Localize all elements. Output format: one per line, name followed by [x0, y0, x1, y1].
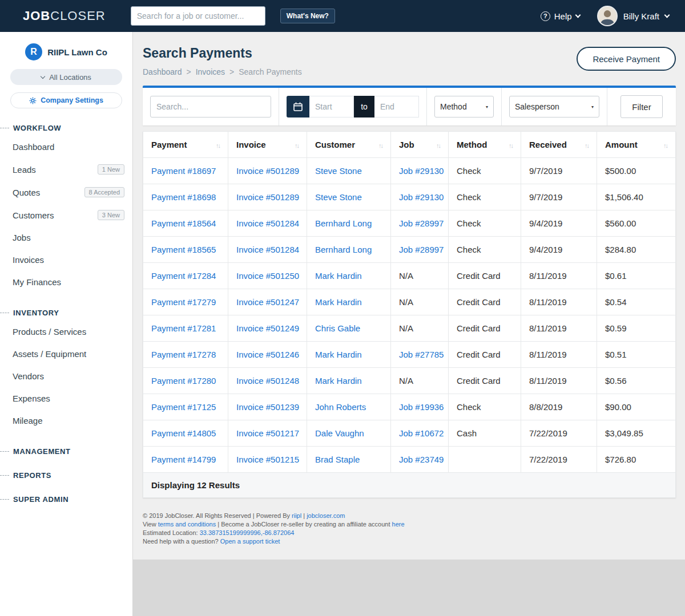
payment-link[interactable]: Payment #14799 — [151, 455, 216, 464]
footer-link[interactable]: Open a support ticket — [220, 538, 280, 545]
salesperson-select[interactable]: Salesperson ▾ — [509, 96, 599, 117]
invoice-link[interactable]: Invoice #501289 — [236, 166, 299, 176]
app-logo[interactable]: JOBCLOSER — [23, 9, 106, 23]
sort-icon[interactable]: ↑↓ — [378, 142, 382, 149]
invoice-link[interactable]: Invoice #501246 — [236, 350, 299, 359]
job-link[interactable]: Job #28997 — [399, 245, 444, 254]
payment-link[interactable]: Payment #18564 — [151, 218, 216, 228]
calendar-button[interactable] — [287, 96, 309, 117]
footer-link[interactable]: 33.387315199999996,-86.872064 — [200, 529, 295, 536]
sidebar-item-mileage[interactable]: Mileage — [0, 410, 132, 432]
customer-link[interactable]: Bernhard Long — [315, 218, 372, 228]
payments-search-input[interactable] — [150, 96, 271, 117]
sidebar-item-products-services[interactable]: Products / Services — [0, 321, 132, 343]
payment-link[interactable]: Payment #17280 — [151, 376, 216, 386]
sort-icon[interactable]: ↑↓ — [585, 142, 589, 149]
customer-link[interactable]: Mark Hardin — [315, 271, 362, 281]
invoice-link[interactable]: Invoice #501217 — [236, 428, 299, 438]
breadcrumb-item-dashboard[interactable]: Dashboard — [143, 67, 182, 76]
cell-invoice: Invoice #501246 — [228, 342, 307, 368]
company-settings-button[interactable]: Company Settings — [10, 92, 122, 108]
payment-link[interactable]: Payment #18697 — [151, 166, 216, 176]
sidebar-item-vendors[interactable]: Vendors — [0, 365, 132, 387]
sort-icon[interactable]: ↑↓ — [663, 142, 667, 149]
sidebar-item-quotes[interactable]: Quotes8 Accepted — [0, 181, 132, 204]
payment-link[interactable]: Payment #17281 — [151, 323, 216, 333]
job-link[interactable]: Job #29130 — [399, 192, 444, 202]
sidebar-item-label: Quotes — [13, 188, 84, 197]
help-menu[interactable]: ? Help — [541, 11, 580, 21]
invoice-link[interactable]: Invoice #501249 — [236, 323, 299, 333]
whats-new-button[interactable]: What's New? — [280, 9, 335, 23]
customer-link[interactable]: Dale Vaughn — [315, 428, 364, 438]
customer-link[interactable]: Mark Hardin — [315, 350, 362, 359]
sort-icon[interactable]: ↑↓ — [216, 142, 220, 149]
column-header-payment[interactable]: ↑↓Payment — [143, 132, 228, 158]
date-range-group: to — [287, 96, 419, 117]
sidebar-item-customers[interactable]: Customers3 New — [0, 204, 132, 226]
payment-link[interactable]: Payment #17278 — [151, 350, 216, 359]
sidebar-item-expenses[interactable]: Expenses — [0, 387, 132, 410]
locations-dropdown[interactable]: All Locations — [10, 69, 122, 85]
invoice-link[interactable]: Invoice #501239 — [236, 402, 299, 412]
invoice-link[interactable]: Invoice #501215 — [236, 455, 299, 464]
column-header-customer[interactable]: ↑↓Customer — [307, 132, 391, 158]
job-link[interactable]: Job #10672 — [399, 428, 444, 438]
payment-link[interactable]: Payment #17125 — [151, 402, 216, 412]
job-link[interactable]: Job #29130 — [399, 166, 444, 176]
customer-link[interactable]: Steve Stone — [315, 166, 362, 176]
filter-button[interactable]: Filter — [620, 95, 662, 118]
customer-link[interactable]: Brad Staple — [315, 455, 360, 464]
invoice-link[interactable]: Invoice #501250 — [236, 271, 299, 281]
sidebar-item-assets-equipment[interactable]: Assets / Equipment — [0, 343, 132, 365]
section-dash-icon — [0, 451, 9, 452]
start-date-input[interactable] — [309, 96, 354, 117]
customer-link[interactable]: Steve Stone — [315, 192, 362, 202]
receive-payment-button[interactable]: Receive Payment — [577, 47, 676, 71]
job-value: N/A — [399, 297, 413, 307]
job-link[interactable]: Job #19936 — [399, 402, 444, 412]
sidebar-item-jobs[interactable]: Jobs — [0, 226, 132, 249]
customer-link[interactable]: Chris Gable — [315, 323, 360, 333]
invoice-link[interactable]: Invoice #501284 — [236, 218, 299, 228]
invoice-link[interactable]: Invoice #501247 — [236, 297, 299, 307]
sort-icon[interactable]: ↑↓ — [509, 142, 513, 149]
footer-link[interactable]: here — [392, 521, 405, 528]
breadcrumb-item-invoices[interactable]: Invoices — [196, 67, 225, 76]
sidebar-item-dashboard[interactable]: Dashboard — [0, 136, 132, 158]
payment-link[interactable]: Payment #17279 — [151, 297, 216, 307]
invoice-link[interactable]: Invoice #501284 — [236, 245, 299, 254]
payment-link[interactable]: Payment #18565 — [151, 245, 216, 254]
sidebar-item-invoices[interactable]: Invoices — [0, 249, 132, 271]
global-search-input[interactable] — [131, 6, 265, 26]
customer-link[interactable]: John Roberts — [315, 402, 366, 412]
sidebar-item-leads[interactable]: Leads1 New — [0, 158, 132, 181]
footer-link[interactable]: jobcloser.com — [307, 512, 345, 519]
customer-link[interactable]: Mark Hardin — [315, 297, 362, 307]
column-header-invoice[interactable]: ↑↓Invoice — [228, 132, 307, 158]
sort-icon[interactable]: ↑↓ — [295, 142, 299, 149]
user-menu[interactable]: Billy Kraft — [597, 6, 669, 26]
job-link[interactable]: Job #28997 — [399, 218, 444, 228]
customer-link[interactable]: Mark Hardin — [315, 376, 362, 386]
customer-link[interactable]: Bernhard Long — [315, 245, 372, 254]
column-header-method[interactable]: ↑↓Method — [449, 132, 521, 158]
breadcrumb-separator: > — [187, 67, 191, 76]
footer-link[interactable]: terms and conditions — [158, 521, 216, 528]
column-header-amount[interactable]: ↑↓Amount — [597, 132, 676, 158]
invoice-link[interactable]: Invoice #501248 — [236, 376, 299, 386]
footer-link[interactable]: riipl — [292, 512, 301, 519]
job-link[interactable]: Job #23749 — [399, 455, 444, 464]
chevron-down-icon — [664, 12, 670, 18]
method-select[interactable]: Method ▾ — [434, 96, 494, 117]
column-header-job[interactable]: ↑↓Job — [391, 132, 449, 158]
payment-link[interactable]: Payment #14805 — [151, 428, 216, 438]
end-date-input[interactable] — [374, 96, 419, 117]
column-header-received[interactable]: ↑↓Received — [521, 132, 597, 158]
payment-link[interactable]: Payment #18698 — [151, 192, 216, 202]
invoice-link[interactable]: Invoice #501289 — [236, 192, 299, 202]
job-link[interactable]: Job #27785 — [399, 350, 444, 359]
sidebar-item-my-finances[interactable]: My Finances — [0, 271, 132, 293]
sort-icon[interactable]: ↑↓ — [436, 142, 440, 149]
payment-link[interactable]: Payment #17284 — [151, 271, 216, 281]
